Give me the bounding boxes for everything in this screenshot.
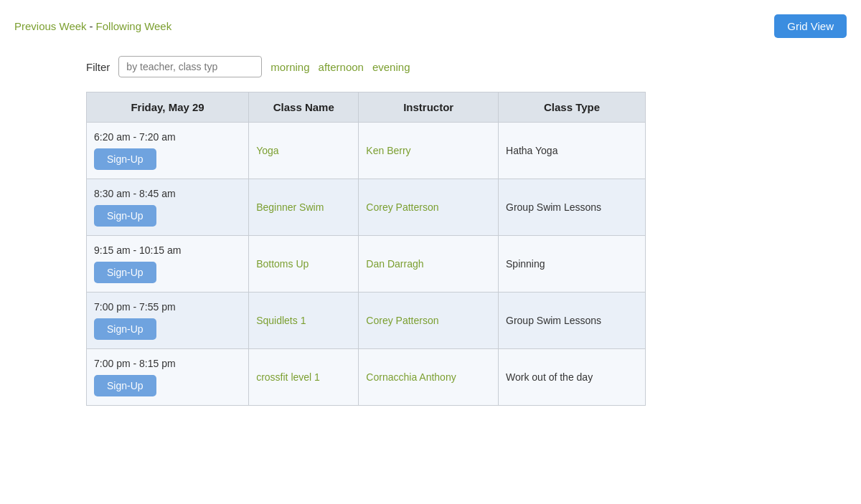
time-cell: 7:00 pm - 7:55 pm Sign-Up xyxy=(87,293,249,349)
filter-input[interactable] xyxy=(118,56,262,77)
table-header-row: Friday, May 29 Class Name Instructor Cla… xyxy=(87,92,646,123)
col-header-class-name: Class Name xyxy=(249,92,359,123)
instructor-cell: Ken Berry xyxy=(359,123,499,179)
filter-row: Filter morning afternoon evening xyxy=(86,56,847,77)
instructor-cell: Corey Patterson xyxy=(359,179,499,236)
instructor-cell: Dan Darragh xyxy=(359,236,499,293)
class-type-cell: Spinning xyxy=(499,236,646,293)
time-cell: 6:20 am - 7:20 am Sign-Up xyxy=(87,123,249,179)
signup-button[interactable]: Sign-Up xyxy=(94,318,156,340)
class-name-cell: Beginner Swim xyxy=(249,179,359,236)
time-text: 8:30 am - 8:45 am xyxy=(94,188,241,199)
filter-afternoon-link[interactable]: afternoon xyxy=(319,61,364,73)
class-type-cell: Group Swim Lessons xyxy=(499,293,646,349)
class-type-cell: Group Swim Lessons xyxy=(499,179,646,236)
filter-morning-link[interactable]: morning xyxy=(270,61,309,73)
class-name-cell: Yoga xyxy=(249,123,359,179)
class-type-cell: Hatha Yoga xyxy=(499,123,646,179)
time-text: 9:15 am - 10:15 am xyxy=(94,244,241,256)
class-type-cell: Work out of the day xyxy=(499,349,646,406)
time-text: 7:00 pm - 7:55 pm xyxy=(94,301,241,313)
nav-separator: - xyxy=(90,20,93,32)
time-text: 6:20 am - 7:20 am xyxy=(94,131,241,143)
previous-week-link[interactable]: Previous Week xyxy=(14,20,87,32)
instructor-cell: Corey Patterson xyxy=(359,293,499,349)
class-name-cell: Bottoms Up xyxy=(249,236,359,293)
table-row: 6:20 am - 7:20 am Sign-Up Yoga Ken Berry… xyxy=(87,123,646,179)
filter-label: Filter xyxy=(86,61,110,73)
instructor-cell: Cornacchia Anthony xyxy=(359,349,499,406)
col-header-class-type: Class Type xyxy=(499,92,646,123)
table-row: 9:15 am - 10:15 am Sign-Up Bottoms Up Da… xyxy=(87,236,646,293)
col-header-instructor: Instructor xyxy=(359,92,499,123)
time-text: 7:00 pm - 8:15 pm xyxy=(94,358,241,369)
table-row: 7:00 pm - 8:15 pm Sign-Up crossfit level… xyxy=(87,349,646,406)
signup-button[interactable]: Sign-Up xyxy=(94,148,156,170)
class-name-cell: crossfit level 1 xyxy=(249,349,359,406)
following-week-link[interactable]: Following Week xyxy=(96,20,172,32)
col-header-date: Friday, May 29 xyxy=(87,92,249,123)
week-navigation: Previous Week - Following Week xyxy=(14,20,171,32)
schedule-table: Friday, May 29 Class Name Instructor Cla… xyxy=(86,92,646,406)
filter-evening-link[interactable]: evening xyxy=(372,61,410,73)
time-cell: 7:00 pm - 8:15 pm Sign-Up xyxy=(87,349,249,406)
signup-button[interactable]: Sign-Up xyxy=(94,375,156,396)
signup-button[interactable]: Sign-Up xyxy=(94,262,156,283)
time-cell: 9:15 am - 10:15 am Sign-Up xyxy=(87,236,249,293)
top-navigation: Previous Week - Following Week Grid View xyxy=(14,7,847,49)
table-row: 8:30 am - 8:45 am Sign-Up Beginner Swim … xyxy=(87,179,646,236)
time-cell: 8:30 am - 8:45 am Sign-Up xyxy=(87,179,249,236)
class-name-cell: Squidlets 1 xyxy=(249,293,359,349)
table-row: 7:00 pm - 7:55 pm Sign-Up Squidlets 1 Co… xyxy=(87,293,646,349)
signup-button[interactable]: Sign-Up xyxy=(94,205,156,227)
grid-view-button[interactable]: Grid View xyxy=(774,14,847,38)
